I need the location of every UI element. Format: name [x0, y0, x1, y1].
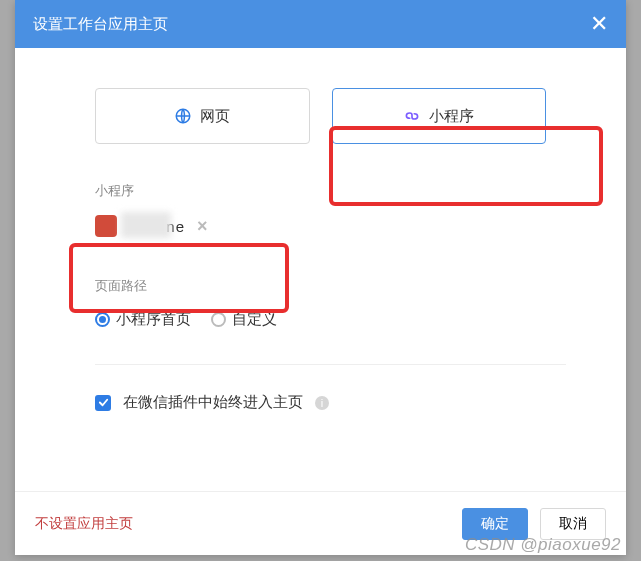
modal-footer: 不设置应用主页 确定 取消	[15, 491, 626, 555]
modal-title: 设置工作台应用主页	[33, 15, 168, 34]
tab-miniapp[interactable]: 小程序	[332, 88, 547, 144]
radio-icon	[211, 312, 226, 327]
miniapp-section-label: 小程序	[95, 182, 566, 200]
no-home-link[interactable]: 不设置应用主页	[35, 515, 133, 533]
globe-icon	[174, 107, 192, 125]
remove-miniapp-icon[interactable]: ×	[197, 216, 208, 237]
plugin-checkbox[interactable]	[95, 395, 111, 411]
selected-miniapp-chip: ne ×	[95, 215, 566, 237]
radio-icon	[95, 312, 110, 327]
ok-button[interactable]: 确定	[462, 508, 528, 540]
info-icon[interactable]: i	[315, 396, 329, 410]
close-icon[interactable]: ✕	[590, 13, 608, 35]
radio-label-custom: 自定义	[232, 310, 277, 329]
miniapp-icon	[403, 107, 421, 125]
radio-label-home: 小程序首页	[116, 310, 191, 329]
modal-dialog: 设置工作台应用主页 ✕ 网页 小程序 小程序 ne ×	[15, 0, 626, 555]
modal-body: 网页 小程序 小程序 ne × 页面路径 小程序首页	[15, 48, 626, 491]
tab-miniapp-label: 小程序	[429, 107, 474, 126]
plugin-checkbox-label: 在微信插件中始终进入主页	[123, 393, 303, 412]
tab-group: 网页 小程序	[75, 88, 566, 144]
miniapp-app-icon	[95, 215, 117, 237]
cancel-button[interactable]: 取消	[540, 508, 606, 540]
page-path-radio-group: 小程序首页 自定义	[95, 310, 566, 365]
radio-custom[interactable]: 自定义	[211, 310, 277, 329]
tab-web-label: 网页	[200, 107, 230, 126]
modal-header: 设置工作台应用主页 ✕	[15, 0, 626, 48]
radio-miniapp-home[interactable]: 小程序首页	[95, 310, 191, 329]
footer-button-group: 确定 取消	[462, 508, 606, 540]
tab-web[interactable]: 网页	[95, 88, 310, 144]
page-path-section-label: 页面路径	[95, 277, 566, 295]
plugin-checkbox-row: 在微信插件中始终进入主页 i	[95, 393, 566, 412]
blur-overlay	[121, 212, 171, 238]
